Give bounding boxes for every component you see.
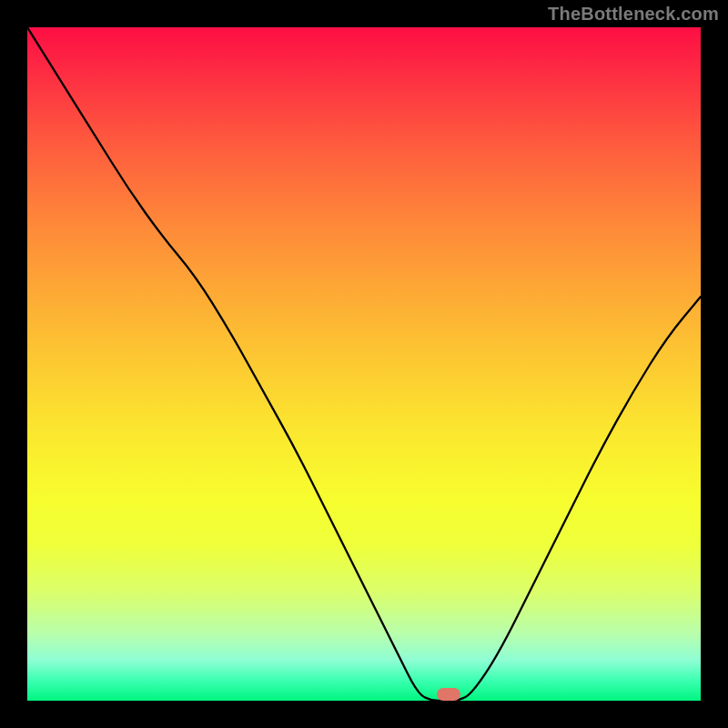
curve-path xyxy=(27,27,701,701)
chart-frame: TheBottleneck.com xyxy=(0,0,728,728)
optimal-marker xyxy=(437,688,460,701)
watermark-text: TheBottleneck.com xyxy=(548,4,719,25)
bottleneck-curve xyxy=(27,27,701,701)
plot-area xyxy=(27,27,701,701)
